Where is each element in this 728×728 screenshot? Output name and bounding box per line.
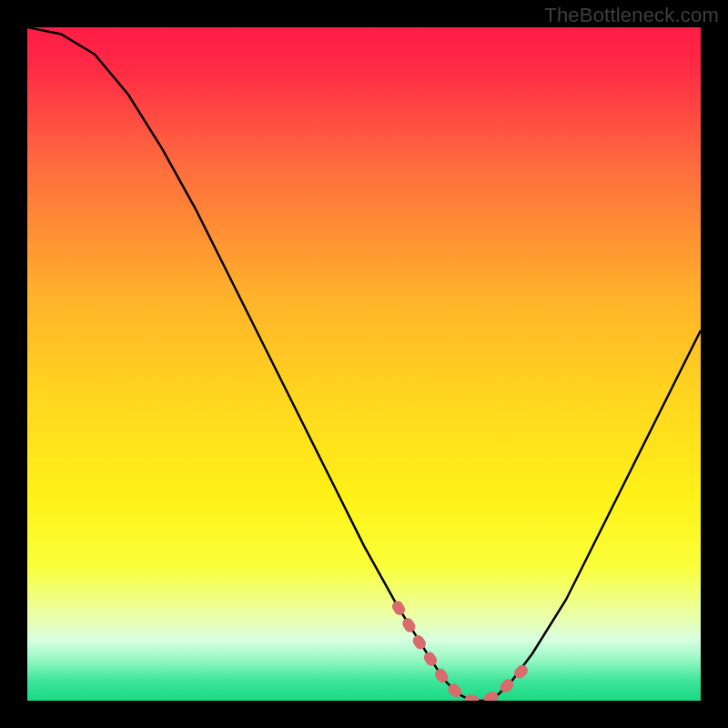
plot-area [27,27,701,701]
gradient-background [27,27,701,701]
chart-svg [27,27,701,701]
chart-frame: TheBottleneck.com [0,0,728,728]
watermark-text: TheBottleneck.com [544,4,719,27]
